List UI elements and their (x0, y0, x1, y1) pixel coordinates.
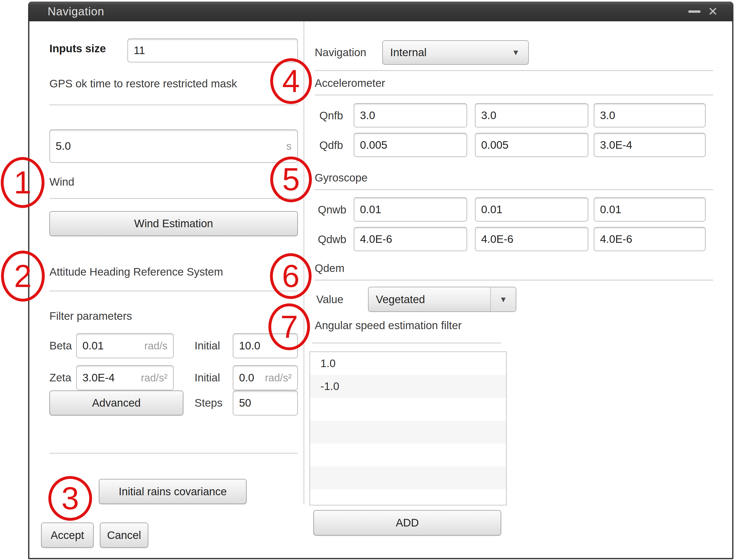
qnfb-value-1: 3.0 (360, 109, 461, 122)
divider-angular (312, 343, 501, 343)
qnwb-value-1: 0.01 (360, 203, 461, 216)
gyroscope-section-label: Gyroscope (315, 172, 368, 184)
qnfb-value-3: 3.0 (600, 109, 699, 122)
qnwb-field-3[interactable]: 0.01 (594, 197, 706, 222)
qdwb-value-3: 4.0E-6 (600, 233, 699, 245)
qnwb-label: Qnwb (318, 204, 346, 216)
qdfb-field-2[interactable]: 0.005 (475, 133, 588, 157)
qdem-value-label: Value (316, 293, 343, 306)
qnfb-label: Qnfb (319, 109, 343, 122)
navigation-mode-dropdown[interactable]: Internal ▼ (382, 40, 529, 65)
qdwb-value-2: 4.0E-6 (481, 233, 582, 245)
beta-field[interactable]: 0.01 rad/s (76, 333, 174, 358)
qdwb-field-3[interactable]: 4.0E-6 (594, 227, 706, 251)
gps-time-unit: s (286, 140, 291, 152)
ahrs-section-label: Attitude Heading Reference System (49, 266, 223, 278)
qnfb-value-2: 3.0 (481, 109, 582, 122)
annotation-circle-3: 3 (48, 476, 92, 521)
divider-qdem (315, 280, 713, 281)
wind-section-label: Wind (49, 176, 74, 188)
qdwb-label: Qdwb (318, 233, 346, 246)
screen: Navigation ✕ Inputs size 11 GPS ok time … (0, 0, 735, 560)
inputs-size-label: Inputs size (49, 42, 106, 55)
steps-field[interactable]: 50 (233, 390, 298, 415)
zeta-value: 3.0E-4 (82, 372, 138, 384)
zeta-initial-value: 0.0 (239, 372, 262, 384)
divider-gyroscope (315, 189, 713, 190)
divider-nav (315, 70, 713, 71)
annotation-circle-5: 5 (270, 157, 312, 202)
qdfb-label: Qdfb (319, 139, 343, 152)
qdem-section-label: Qdem (315, 262, 344, 275)
gps-time-value: 5.0 (56, 140, 284, 152)
wind-estimation-button[interactable]: Wind Estimation (49, 211, 298, 236)
qnwb-value-3: 0.01 (600, 203, 699, 216)
annotation-circle-4: 4 (270, 58, 312, 104)
chevron-down-icon: ▼ (503, 41, 528, 64)
qnwb-field-1[interactable]: 0.01 (354, 197, 467, 222)
annotation-circle-1: 1 (1, 157, 44, 208)
navigation-mode-value: Internal (383, 46, 503, 59)
qdfb-value-2: 0.005 (481, 139, 582, 151)
gps-time-field[interactable]: 5.0 s (49, 129, 298, 163)
beta-value: 0.01 (82, 340, 142, 352)
qdfb-field-1[interactable]: 0.005 (354, 133, 467, 157)
zeta-label: Zeta (49, 372, 71, 384)
zeta-initial-label: Initial (194, 372, 220, 384)
list-item-empty (310, 489, 506, 505)
gps-restore-label: GPS ok time to restore restricted mask (49, 77, 237, 90)
annotation-circle-6: 6 (270, 253, 311, 299)
qnfb-field-3[interactable]: 3.0 (594, 103, 706, 127)
zeta-initial-unit: rad/s² (265, 372, 291, 384)
divider-wind (49, 198, 298, 199)
annotation-circle-7: 7 (268, 303, 310, 350)
add-button[interactable]: ADD (313, 510, 501, 536)
inputs-size-value: 11 (134, 44, 291, 57)
title-bar[interactable]: Navigation ✕ (28, 2, 733, 21)
filter-parameters-label: Filter parameters (49, 310, 132, 322)
angular-speed-filter-label: Angular speed estimation filter (315, 319, 462, 332)
list-item-empty (310, 421, 506, 444)
advanced-button[interactable]: Advanced (49, 390, 183, 415)
accelerometer-section-label: Accelerometer (315, 77, 385, 89)
qnfb-field-1[interactable]: 3.0 (354, 103, 467, 127)
steps-value: 50 (239, 397, 291, 409)
qdem-value-dropdown[interactable]: Vegetated ▼ (368, 287, 516, 312)
qdfb-value-3: 3.0E-4 (600, 139, 699, 151)
zeta-initial-field[interactable]: 0.0 rad/s² (233, 365, 298, 390)
annotation-circle-2: 2 (1, 251, 45, 302)
zeta-unit: rad/s² (141, 372, 167, 384)
window-title: Navigation (28, 5, 104, 18)
list-item-empty (310, 398, 506, 421)
chevron-down-icon: ▼ (490, 287, 516, 311)
accept-button[interactable]: Accept (41, 523, 94, 548)
list-item-empty (310, 444, 506, 466)
qdwb-field-1[interactable]: 4.0E-6 (354, 227, 467, 251)
divider-accelerometer (315, 95, 713, 95)
zeta-field[interactable]: 3.0E-4 rad/s² (76, 365, 174, 390)
qnfb-field-2[interactable]: 3.0 (475, 103, 588, 127)
list-item[interactable]: -1.0 (310, 375, 506, 398)
qnwb-value-2: 0.01 (481, 203, 582, 216)
divider-bottom-left (49, 453, 298, 454)
beta-initial-label: Initial (194, 340, 220, 352)
initial-rains-covariance-button[interactable]: Initial rains covariance (99, 479, 246, 504)
close-icon[interactable]: ✕ (708, 5, 718, 17)
divider-ahrs (49, 291, 298, 291)
inputs-size-field[interactable]: 11 (127, 38, 298, 62)
steps-label: Steps (194, 397, 222, 409)
qdem-value: Vegetated (369, 293, 490, 306)
cancel-button[interactable]: Cancel (100, 523, 148, 548)
window-controls: ✕ (688, 2, 718, 21)
list-item[interactable]: 1.0 (310, 352, 506, 375)
angular-speed-filter-list[interactable]: 1.0 -1.0 (309, 351, 507, 505)
qdwb-value-1: 4.0E-6 (360, 233, 461, 245)
qdfb-value-1: 0.005 (360, 139, 461, 151)
beta-unit: rad/s (144, 340, 167, 352)
qdwb-field-2[interactable]: 4.0E-6 (475, 227, 588, 251)
qnwb-field-2[interactable]: 0.01 (475, 197, 588, 222)
list-item-empty (310, 466, 506, 489)
divider-gps (49, 105, 298, 105)
minimize-icon[interactable] (688, 10, 700, 13)
qdfb-field-3[interactable]: 3.0E-4 (594, 133, 706, 157)
